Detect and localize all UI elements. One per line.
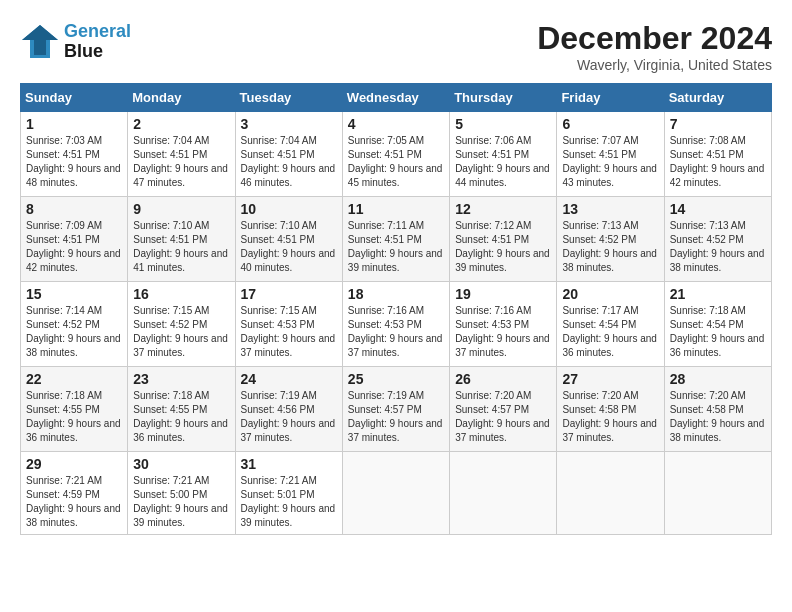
day-number: 20 bbox=[562, 286, 658, 302]
header: GeneralBlue December 2024 Waverly, Virgi… bbox=[20, 20, 772, 73]
day-info: Sunrise: 7:18 AMSunset: 4:55 PMDaylight:… bbox=[133, 389, 229, 445]
day-number: 3 bbox=[241, 116, 337, 132]
logo-icon bbox=[20, 20, 60, 60]
calendar-header-thursday: Thursday bbox=[450, 84, 557, 112]
calendar-header-wednesday: Wednesday bbox=[342, 84, 449, 112]
calendar-week-row: 1Sunrise: 7:03 AMSunset: 4:51 PMDaylight… bbox=[21, 112, 772, 197]
title-area: December 2024 Waverly, Virginia, United … bbox=[537, 20, 772, 73]
calendar-cell: 10Sunrise: 7:10 AMSunset: 4:51 PMDayligh… bbox=[235, 197, 342, 282]
day-info: Sunrise: 7:06 AMSunset: 4:51 PMDaylight:… bbox=[455, 134, 551, 190]
day-info: Sunrise: 7:15 AMSunset: 4:52 PMDaylight:… bbox=[133, 304, 229, 360]
day-number: 24 bbox=[241, 371, 337, 387]
day-info: Sunrise: 7:16 AMSunset: 4:53 PMDaylight:… bbox=[348, 304, 444, 360]
logo-text: GeneralBlue bbox=[64, 22, 131, 62]
calendar-cell: 3Sunrise: 7:04 AMSunset: 4:51 PMDaylight… bbox=[235, 112, 342, 197]
calendar-cell: 22Sunrise: 7:18 AMSunset: 4:55 PMDayligh… bbox=[21, 367, 128, 452]
calendar-cell: 24Sunrise: 7:19 AMSunset: 4:56 PMDayligh… bbox=[235, 367, 342, 452]
day-number: 2 bbox=[133, 116, 229, 132]
calendar-cell: 4Sunrise: 7:05 AMSunset: 4:51 PMDaylight… bbox=[342, 112, 449, 197]
calendar-cell: 1Sunrise: 7:03 AMSunset: 4:51 PMDaylight… bbox=[21, 112, 128, 197]
calendar-cell: 9Sunrise: 7:10 AMSunset: 4:51 PMDaylight… bbox=[128, 197, 235, 282]
calendar-cell: 15Sunrise: 7:14 AMSunset: 4:52 PMDayligh… bbox=[21, 282, 128, 367]
day-info: Sunrise: 7:10 AMSunset: 4:51 PMDaylight:… bbox=[133, 219, 229, 275]
day-info: Sunrise: 7:19 AMSunset: 4:57 PMDaylight:… bbox=[348, 389, 444, 445]
calendar-cell: 28Sunrise: 7:20 AMSunset: 4:58 PMDayligh… bbox=[664, 367, 771, 452]
day-info: Sunrise: 7:08 AMSunset: 4:51 PMDaylight:… bbox=[670, 134, 766, 190]
calendar-cell bbox=[557, 452, 664, 535]
day-number: 17 bbox=[241, 286, 337, 302]
day-info: Sunrise: 7:21 AMSunset: 5:01 PMDaylight:… bbox=[241, 474, 337, 530]
day-info: Sunrise: 7:07 AMSunset: 4:51 PMDaylight:… bbox=[562, 134, 658, 190]
calendar-week-row: 8Sunrise: 7:09 AMSunset: 4:51 PMDaylight… bbox=[21, 197, 772, 282]
calendar-cell: 29Sunrise: 7:21 AMSunset: 4:59 PMDayligh… bbox=[21, 452, 128, 535]
calendar-cell: 2Sunrise: 7:04 AMSunset: 4:51 PMDaylight… bbox=[128, 112, 235, 197]
day-info: Sunrise: 7:13 AMSunset: 4:52 PMDaylight:… bbox=[670, 219, 766, 275]
calendar-cell: 13Sunrise: 7:13 AMSunset: 4:52 PMDayligh… bbox=[557, 197, 664, 282]
day-info: Sunrise: 7:11 AMSunset: 4:51 PMDaylight:… bbox=[348, 219, 444, 275]
day-number: 12 bbox=[455, 201, 551, 217]
day-info: Sunrise: 7:09 AMSunset: 4:51 PMDaylight:… bbox=[26, 219, 122, 275]
day-number: 6 bbox=[562, 116, 658, 132]
day-info: Sunrise: 7:13 AMSunset: 4:52 PMDaylight:… bbox=[562, 219, 658, 275]
day-number: 15 bbox=[26, 286, 122, 302]
day-number: 7 bbox=[670, 116, 766, 132]
calendar-cell: 30Sunrise: 7:21 AMSunset: 5:00 PMDayligh… bbox=[128, 452, 235, 535]
calendar-header-saturday: Saturday bbox=[664, 84, 771, 112]
calendar-cell: 18Sunrise: 7:16 AMSunset: 4:53 PMDayligh… bbox=[342, 282, 449, 367]
day-number: 1 bbox=[26, 116, 122, 132]
calendar-week-row: 29Sunrise: 7:21 AMSunset: 4:59 PMDayligh… bbox=[21, 452, 772, 535]
calendar-cell: 11Sunrise: 7:11 AMSunset: 4:51 PMDayligh… bbox=[342, 197, 449, 282]
calendar-cell: 5Sunrise: 7:06 AMSunset: 4:51 PMDaylight… bbox=[450, 112, 557, 197]
day-number: 11 bbox=[348, 201, 444, 217]
svg-marker-1 bbox=[22, 25, 58, 55]
day-number: 30 bbox=[133, 456, 229, 472]
location-subtitle: Waverly, Virginia, United States bbox=[537, 57, 772, 73]
calendar-cell bbox=[450, 452, 557, 535]
calendar-week-row: 22Sunrise: 7:18 AMSunset: 4:55 PMDayligh… bbox=[21, 367, 772, 452]
calendar-cell: 14Sunrise: 7:13 AMSunset: 4:52 PMDayligh… bbox=[664, 197, 771, 282]
month-title: December 2024 bbox=[537, 20, 772, 57]
calendar-week-row: 15Sunrise: 7:14 AMSunset: 4:52 PMDayligh… bbox=[21, 282, 772, 367]
day-info: Sunrise: 7:21 AMSunset: 5:00 PMDaylight:… bbox=[133, 474, 229, 530]
day-info: Sunrise: 7:03 AMSunset: 4:51 PMDaylight:… bbox=[26, 134, 122, 190]
day-number: 22 bbox=[26, 371, 122, 387]
day-info: Sunrise: 7:04 AMSunset: 4:51 PMDaylight:… bbox=[241, 134, 337, 190]
day-number: 28 bbox=[670, 371, 766, 387]
calendar-header-monday: Monday bbox=[128, 84, 235, 112]
calendar-cell bbox=[664, 452, 771, 535]
calendar-header-tuesday: Tuesday bbox=[235, 84, 342, 112]
day-info: Sunrise: 7:20 AMSunset: 4:57 PMDaylight:… bbox=[455, 389, 551, 445]
calendar-cell: 16Sunrise: 7:15 AMSunset: 4:52 PMDayligh… bbox=[128, 282, 235, 367]
day-info: Sunrise: 7:20 AMSunset: 4:58 PMDaylight:… bbox=[562, 389, 658, 445]
day-info: Sunrise: 7:18 AMSunset: 4:54 PMDaylight:… bbox=[670, 304, 766, 360]
calendar-cell: 25Sunrise: 7:19 AMSunset: 4:57 PMDayligh… bbox=[342, 367, 449, 452]
calendar-table: SundayMondayTuesdayWednesdayThursdayFrid… bbox=[20, 83, 772, 535]
day-info: Sunrise: 7:15 AMSunset: 4:53 PMDaylight:… bbox=[241, 304, 337, 360]
day-number: 31 bbox=[241, 456, 337, 472]
day-number: 27 bbox=[562, 371, 658, 387]
calendar-cell: 23Sunrise: 7:18 AMSunset: 4:55 PMDayligh… bbox=[128, 367, 235, 452]
day-number: 16 bbox=[133, 286, 229, 302]
day-info: Sunrise: 7:17 AMSunset: 4:54 PMDaylight:… bbox=[562, 304, 658, 360]
calendar-cell: 26Sunrise: 7:20 AMSunset: 4:57 PMDayligh… bbox=[450, 367, 557, 452]
calendar-cell: 19Sunrise: 7:16 AMSunset: 4:53 PMDayligh… bbox=[450, 282, 557, 367]
day-number: 8 bbox=[26, 201, 122, 217]
day-number: 23 bbox=[133, 371, 229, 387]
day-info: Sunrise: 7:12 AMSunset: 4:51 PMDaylight:… bbox=[455, 219, 551, 275]
calendar-cell: 21Sunrise: 7:18 AMSunset: 4:54 PMDayligh… bbox=[664, 282, 771, 367]
day-info: Sunrise: 7:20 AMSunset: 4:58 PMDaylight:… bbox=[670, 389, 766, 445]
day-number: 18 bbox=[348, 286, 444, 302]
day-info: Sunrise: 7:14 AMSunset: 4:52 PMDaylight:… bbox=[26, 304, 122, 360]
day-number: 9 bbox=[133, 201, 229, 217]
day-number: 4 bbox=[348, 116, 444, 132]
calendar-cell: 8Sunrise: 7:09 AMSunset: 4:51 PMDaylight… bbox=[21, 197, 128, 282]
calendar-header-sunday: Sunday bbox=[21, 84, 128, 112]
calendar-cell: 12Sunrise: 7:12 AMSunset: 4:51 PMDayligh… bbox=[450, 197, 557, 282]
logo: GeneralBlue bbox=[20, 20, 131, 64]
calendar-cell: 31Sunrise: 7:21 AMSunset: 5:01 PMDayligh… bbox=[235, 452, 342, 535]
day-info: Sunrise: 7:16 AMSunset: 4:53 PMDaylight:… bbox=[455, 304, 551, 360]
day-info: Sunrise: 7:21 AMSunset: 4:59 PMDaylight:… bbox=[26, 474, 122, 530]
calendar-header-row: SundayMondayTuesdayWednesdayThursdayFrid… bbox=[21, 84, 772, 112]
day-number: 21 bbox=[670, 286, 766, 302]
day-number: 13 bbox=[562, 201, 658, 217]
